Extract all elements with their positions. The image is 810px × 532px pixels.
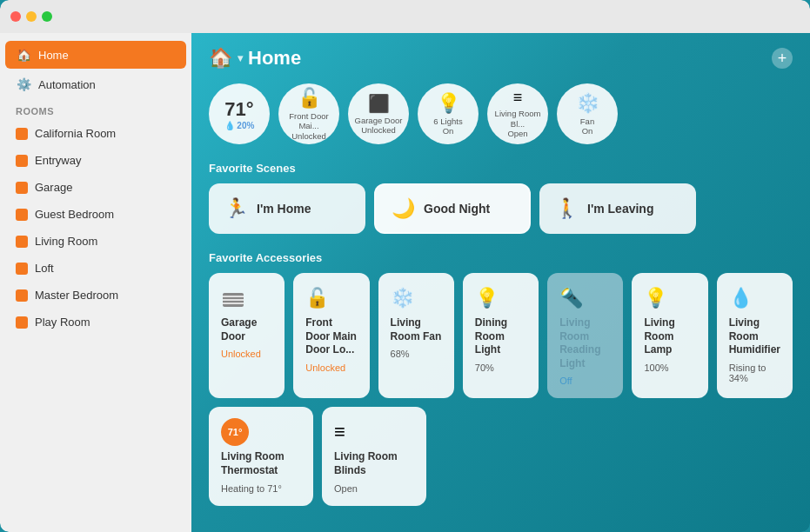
blinds-status[interactable]: ≡ Living Room Bl...Open: [487, 83, 548, 144]
maximize-button[interactable]: [42, 11, 52, 22]
sidebar-item-loft[interactable]: Loft: [5, 256, 186, 281]
lights-icon: 💡: [437, 92, 460, 115]
garage-door-icon: ⬛: [368, 93, 390, 114]
scene-good-night[interactable]: 🌙 Good Night: [374, 183, 531, 234]
sidebar-item-california-room[interactable]: California Room: [5, 121, 186, 146]
scenes-grid: 🏃 I'm Home 🌙 Good Night 🚶 I'm Leaving: [209, 183, 793, 234]
room-icon: [16, 316, 28, 329]
scenes-section-label: Favorite Scenes: [209, 162, 793, 175]
sidebar-item-play-room[interactable]: Play Room: [5, 309, 186, 335]
acc-thermostat[interactable]: 71° Living Room Thermostat Heating to 71…: [209, 407, 313, 505]
humidifier-icon: 💧: [729, 285, 780, 311]
acc-dining-room-light[interactable]: 💡 Dining Room Light 70%: [463, 273, 539, 398]
acc-blinds[interactable]: ≡ Living Room Blinds Open: [322, 407, 426, 505]
main-window: 🏠 Home ⚙️ Automation Rooms California Ro…: [0, 0, 810, 532]
front-door-acc-icon: 🔓: [305, 285, 357, 311]
minimize-button[interactable]: [26, 11, 37, 22]
window-body: 🏠 Home ⚙️ Automation Rooms California Ro…: [0, 33, 810, 532]
home-nav-icon: 🏠: [209, 47, 232, 70]
front-door-status[interactable]: 🔓 Front Door Mai...Unlocked: [278, 83, 339, 144]
room-icon: [16, 182, 28, 194]
fan-status[interactable]: ❄️ FanOn: [557, 83, 618, 144]
add-button[interactable]: +: [772, 48, 793, 69]
thermostat-icon: 71°: [221, 419, 301, 445]
garage-door-status[interactable]: ⬛ Garage DoorUnlocked: [348, 83, 409, 144]
dining-light-icon: 💡: [475, 285, 526, 311]
main-content: 🏠 ▾ Home + 71° 💧 20% 🔓 Front Door Mai...…: [191, 33, 810, 532]
weather-status[interactable]: 71° 💧 20%: [209, 83, 270, 144]
acc-reading-light[interactable]: 🔦 Living Room Reading Light Off: [547, 273, 623, 398]
im-home-icon: 🏃: [224, 197, 248, 220]
sidebar-item-master-bedroom[interactable]: Master Bedroom: [5, 283, 186, 308]
fan-icon: ❄️: [576, 92, 599, 115]
title-bar: [0, 0, 810, 33]
front-door-icon: 🔓: [298, 87, 321, 110]
sidebar-item-living-room[interactable]: Living Room: [5, 229, 186, 254]
close-button[interactable]: [10, 11, 21, 22]
sidebar-item-entryway[interactable]: Entryway: [5, 148, 186, 173]
fan-acc-icon: ❄️: [391, 285, 442, 311]
sidebar-item-garage[interactable]: Garage: [5, 175, 186, 200]
main-title: 🏠 ▾ Home: [209, 47, 301, 70]
sidebar-item-home[interactable]: 🏠 Home: [5, 41, 186, 69]
room-icon: [16, 263, 28, 275]
acc-humidifier[interactable]: 💧 Living Room Humidifier Rising to 34%: [717, 273, 793, 398]
lights-status[interactable]: 💡 6 LightsOn: [418, 83, 479, 144]
automation-icon: ⚙️: [16, 76, 31, 92]
rooms-section-label: Rooms: [0, 99, 191, 120]
room-icon: [16, 209, 28, 221]
lamp-icon: 💡: [644, 285, 695, 311]
reading-light-icon: 🔦: [559, 285, 611, 311]
room-icon: [16, 236, 28, 248]
room-icon: [16, 128, 28, 140]
sidebar-item-automation[interactable]: ⚙️ Automation: [5, 70, 186, 98]
sidebar-item-guest-bedroom[interactable]: Guest Bedroom: [5, 202, 186, 227]
chevron-icon: ▾: [238, 52, 243, 64]
room-icon: [16, 155, 28, 167]
accessories-row-1: Garage Door Unlocked 🔓 Front Door Main D…: [209, 273, 793, 398]
im-leaving-icon: 🚶: [555, 197, 579, 220]
acc-living-room-fan[interactable]: ❄️ Living Room Fan 68%: [378, 273, 454, 398]
blinds-acc-icon: ≡: [334, 419, 414, 445]
main-header: 🏠 ▾ Home +: [209, 47, 793, 70]
status-bar: 71° 💧 20% 🔓 Front Door Mai...Unlocked ⬛ …: [209, 83, 793, 144]
home-icon: 🏠: [16, 47, 31, 63]
scene-im-home[interactable]: 🏃 I'm Home: [209, 183, 365, 234]
sidebar: 🏠 Home ⚙️ Automation Rooms California Ro…: [0, 33, 191, 532]
acc-living-room-lamp[interactable]: 💡 Living Room Lamp 100%: [632, 273, 707, 398]
acc-front-door[interactable]: 🔓 Front Door Main Door Lo... Unlocked: [293, 273, 369, 398]
garage-door-acc-icon: [221, 285, 272, 311]
good-night-icon: 🌙: [392, 197, 415, 220]
blinds-icon: ≡: [513, 89, 523, 107]
scene-im-leaving[interactable]: 🚶 I'm Leaving: [539, 183, 696, 234]
traffic-lights: [10, 11, 52, 22]
acc-garage-door[interactable]: Garage Door Unlocked: [209, 273, 285, 398]
room-icon: [16, 289, 28, 302]
accessories-section-label: Favorite Accessories: [209, 251, 793, 264]
accessories-row-2: 71° Living Room Thermostat Heating to 71…: [209, 407, 793, 505]
